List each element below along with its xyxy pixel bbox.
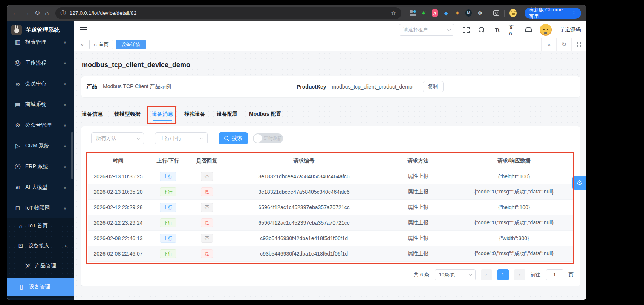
extension-gem-icon[interactable]: ◆ <box>443 9 449 17</box>
tab-thing-model-data[interactable]: 物模型数据 <box>114 106 141 123</box>
device-message-table: 时间 上行/下行 是否回复 请求编号 请求方法 请求/响应数据 2026-02-… <box>88 153 574 262</box>
chevron-down-icon: ∨ <box>64 82 66 86</box>
bookmark-star-icon[interactable]: ☆ <box>391 10 396 17</box>
iot-submenu: ⌂ IoT 首页 ⊡ 设备接入 ∧ ⚒ 产品管理 ▯ 设备管理 <box>7 218 74 298</box>
tab-modbus-config[interactable]: Modbus 配置 <box>249 106 281 123</box>
direction-select[interactable]: 上行/下行 <box>155 132 208 144</box>
productkey-label: ProductKey <box>297 84 326 90</box>
sidebar-item-device-mgmt[interactable]: ▯ 设备管理 <box>7 278 74 296</box>
address-bar[interactable]: ⓘ 127.0.0.1/iot/device/detail/82 ☆ <box>55 7 401 19</box>
site-info-icon[interactable]: ⓘ <box>61 10 66 17</box>
tab-home[interactable]: ⌂ 首页 <box>89 40 113 49</box>
browser-reload-icon[interactable]: ↻ <box>35 10 40 16</box>
sidebar-item-label: 产品管理 <box>35 262 56 269</box>
cell-method: 属性上报 <box>382 184 454 199</box>
app-logo-row[interactable]: 芋道管理系统 <box>7 21 74 38</box>
prev-page-button[interactable]: ‹ <box>481 269 492 280</box>
refresh-page-icon[interactable]: ↻ <box>556 38 571 51</box>
chrome-update-button[interactable]: 有新版 Chrome 可用 ⋮ <box>525 8 581 19</box>
username[interactable]: 芋道源码 <box>560 26 581 33</box>
chevron-down-icon: ∨ <box>64 144 66 148</box>
settings-gear-button[interactable]: ⚙ <box>572 176 586 190</box>
browser-window: ← → ↻ ⌂ ⓘ 127.0.0.1/iot/device/detail/82… <box>7 5 586 300</box>
phone-icon: ▯ <box>18 284 25 290</box>
monitor-icon: ⊡ <box>17 242 24 249</box>
sidebar-item-mall[interactable]: ▤ 商城系统 ∨ <box>11 97 70 112</box>
notification-bell-icon[interactable] <box>524 26 532 34</box>
url-text[interactable]: 127.0.0.1/iot/device/detail/82 <box>70 10 387 16</box>
sidebar-item-wechat[interactable]: ⊘ 公众号管理 ∨ <box>11 118 70 133</box>
browser-toolbar: ← → ↻ ⌂ ⓘ 127.0.0.1/iot/device/detail/82… <box>7 5 586 21</box>
chevron-down-icon: ∨ <box>64 185 66 190</box>
toolbar-divider <box>488 10 488 17</box>
sidebar-item-ai[interactable]: AI AI 大模型 ∨ <box>11 180 70 195</box>
locale-icon[interactable]: 文A <box>509 26 516 34</box>
tab-device-message[interactable]: 设备消息 <box>152 106 173 123</box>
reply-tag: 否 <box>201 234 213 243</box>
sidebar-collapse-icon[interactable] <box>80 26 87 34</box>
browser-menu-icon[interactable]: ⋮ <box>571 10 577 16</box>
extension-broom-icon[interactable]: ✦ <box>454 9 460 17</box>
tenant-select[interactable]: 请选择租户 <box>399 24 454 36</box>
sidebar-item-report[interactable]: ▥ 报表管理 ∨ <box>11 38 70 50</box>
fullscreen-icon[interactable] <box>462 26 470 34</box>
tab-device-config[interactable]: 设备配置 <box>217 106 238 123</box>
app-logo <box>11 25 22 35</box>
home-icon: ⌂ <box>17 223 24 229</box>
page-size-select[interactable]: 10条/页 <box>435 269 476 280</box>
page-number-1[interactable]: 1 <box>497 269 509 280</box>
sidebar-item-workflow[interactable]: Ⓜ 工作流程 ∨ <box>11 55 70 71</box>
sidebar-item-iot-home[interactable]: ⌂ IoT 首页 <box>7 218 74 233</box>
search-button[interactable]: 搜索 <box>219 132 248 144</box>
sidebar-item-member[interactable]: ∞ 会员中心 ∨ <box>11 76 70 91</box>
tab-label: 首页 <box>99 41 109 48</box>
tab-simulate-device[interactable]: 模拟设备 <box>184 106 205 123</box>
cell-data: {"code":0,"msg":"成功","data":null} <box>454 184 574 199</box>
sidebar-item-erp[interactable]: Ⓔ ERP 系统 ∨ <box>11 159 70 174</box>
search-icon[interactable] <box>478 26 485 34</box>
cell-request-id: c93b5446930f42dba1e418f5d1f06f1d <box>226 230 381 246</box>
sidebar-item-label: 商城系统 <box>25 101 46 108</box>
cell-time: 2026-02-13 10:35:25 <box>88 169 148 184</box>
search-icon <box>224 136 229 141</box>
goto-page-input[interactable]: 1 <box>546 269 563 280</box>
tabs-scroll-left-icon[interactable]: « <box>78 41 87 48</box>
browser-forward-icon[interactable]: → <box>23 10 30 16</box>
extension-m-icon[interactable]: M <box>465 9 472 17</box>
sidebar-item-device-access[interactable]: ⊡ 设备接入 ∧ <box>7 238 74 253</box>
sidebar-item-label: 设备接入 <box>28 242 49 249</box>
sidebar-scrollbar[interactable] <box>71 132 73 179</box>
column-reply: 是否回复 <box>187 153 226 169</box>
profile-avatar-icon[interactable] <box>509 9 517 17</box>
sidebar-item-product-mgmt[interactable]: ⚒ 产品管理 <box>7 258 74 273</box>
method-select[interactable]: 所有方法 <box>91 132 144 144</box>
tab-search-icon[interactable] <box>493 10 499 16</box>
sidebar-item-crm[interactable]: ▷ CRM 系统 ∨ <box>11 138 70 153</box>
tab-device-detail[interactable]: 设备详情 <box>116 40 146 49</box>
extension-blocks-icon[interactable] <box>409 9 416 17</box>
browser-home-icon[interactable]: ⌂ <box>45 10 49 16</box>
browser-back-icon[interactable]: ← <box>12 10 18 16</box>
direction-tag: 下行 <box>160 187 176 196</box>
font-size-icon[interactable]: Tt <box>493 26 501 34</box>
copy-button[interactable]: 复制 <box>423 81 444 92</box>
auto-refresh-toggle[interactable]: 定时刷新 <box>253 133 283 143</box>
user-avatar[interactable] <box>540 24 552 36</box>
extension-star-icon[interactable]: ✶ <box>421 9 427 17</box>
app-title: 芋道管理系统 <box>26 26 60 34</box>
chevron-down-icon <box>136 136 140 140</box>
tabs-scroll-right-icon[interactable]: » <box>541 38 556 51</box>
sidebar-item-label: 工作流程 <box>25 60 46 66</box>
layout-grid-icon[interactable] <box>571 38 586 51</box>
next-page-button[interactable]: › <box>514 269 525 280</box>
table-row: 2026-02-08 22:46:13 上行 否 c93b5446930f42d… <box>88 230 574 246</box>
extension-translate-icon[interactable]: A <box>432 9 438 17</box>
direction-tag: 上行 <box>160 203 176 212</box>
table-header-row: 时间 上行/下行 是否回复 请求编号 请求方法 请求/响应数据 <box>88 153 574 169</box>
tab-device-info[interactable]: 设备信息 <box>82 106 103 123</box>
sidebar-item-iot[interactable]: ⊟ IoT 物联网 ∧ <box>11 201 70 216</box>
tenant-placeholder: 请选择租户 <box>403 26 428 33</box>
iot-icon: ⊟ <box>14 205 21 212</box>
extensions-puzzle-icon[interactable]: ❖ <box>477 9 483 17</box>
page-unit-label: 页 <box>569 271 574 278</box>
